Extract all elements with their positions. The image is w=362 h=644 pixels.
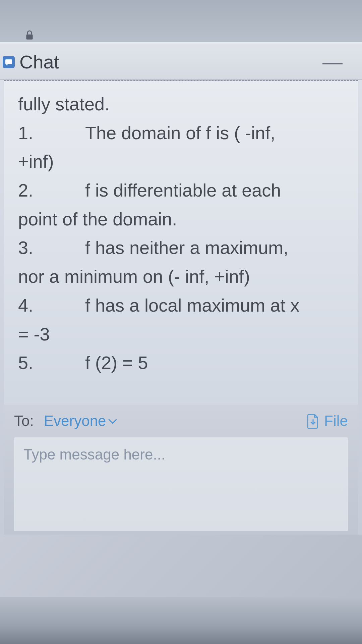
chat-message: fully stated. 1.The domain of f is ( -in… xyxy=(4,80,358,405)
message-line: 3.f has neither a maximum, xyxy=(18,234,344,262)
minimize-button[interactable]: — xyxy=(316,54,349,70)
message-line: 2.f is differentiable at each xyxy=(18,176,344,205)
to-label: To: xyxy=(14,413,34,429)
chat-body: fully stated. 1.The domain of f is ( -in… xyxy=(0,80,362,535)
message-line: +inf) xyxy=(18,148,344,176)
message-line: 5.f (2) = 5 xyxy=(18,349,344,377)
message-line: = -3 xyxy=(18,320,344,348)
svg-rect-0 xyxy=(26,35,33,40)
message-line: 4.f has a local maximum at x xyxy=(18,291,344,320)
browser-top-fragment xyxy=(0,0,362,44)
file-button[interactable]: File xyxy=(307,413,348,429)
chat-icon xyxy=(3,56,15,68)
compose-area: To: Everyone File Type message here... xyxy=(4,405,358,535)
message-line: 1.The domain of f is ( -inf, xyxy=(18,119,344,147)
lock-icon xyxy=(25,30,34,40)
message-line: nor a minimum on (- inf, +inf) xyxy=(18,263,344,291)
recipient-value: Everyone xyxy=(44,413,106,429)
message-line: fully stated. xyxy=(18,90,344,118)
file-icon xyxy=(307,413,319,429)
screen-bezel xyxy=(0,597,362,644)
chat-title: Chat xyxy=(19,51,59,73)
message-input[interactable]: Type message here... xyxy=(14,437,348,531)
file-label: File xyxy=(324,413,348,429)
message-line: point of the domain. xyxy=(18,205,344,233)
chevron-down-icon xyxy=(108,415,117,424)
recipient-dropdown[interactable]: Everyone xyxy=(44,413,116,429)
chat-panel-header: Chat — xyxy=(0,44,362,80)
